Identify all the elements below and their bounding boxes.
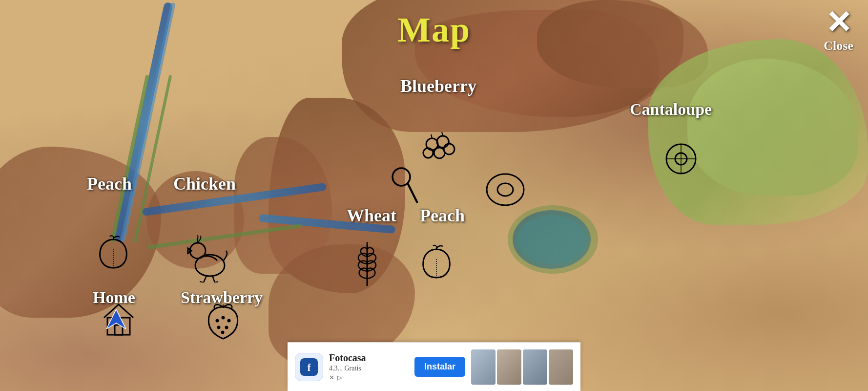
svg-point-30 — [222, 317, 224, 319]
donut-icon — [483, 170, 527, 211]
svg-point-3 — [434, 148, 445, 158]
svg-point-1 — [437, 136, 449, 148]
close-label: Close — [824, 39, 853, 53]
wheat-icon — [347, 239, 388, 290]
ad-screenshot-2 — [497, 349, 521, 385]
game-map: Map ✕ Close Blueberry Cantaloupe Peach C… — [0, 0, 868, 391]
ad-screenshots — [471, 349, 573, 385]
svg-point-31 — [228, 320, 230, 322]
svg-point-32 — [218, 326, 220, 328]
peach-left-icon — [95, 235, 132, 276]
map-title: Map — [397, 10, 471, 50]
peach-center-icon — [419, 243, 454, 282]
svg-point-33 — [226, 326, 227, 328]
svg-line-20 — [212, 276, 215, 282]
svg-line-13 — [408, 183, 417, 203]
ad-rating: 4.3... Gratis — [329, 365, 409, 372]
ad-app-info: Fotocasa 4.3... Gratis ✕ ▷ — [329, 352, 409, 382]
svg-point-14 — [487, 174, 524, 205]
svg-point-15 — [497, 183, 513, 196]
svg-point-34 — [222, 331, 224, 333]
close-button[interactable]: ✕ Close — [824, 7, 853, 53]
svg-line-22 — [215, 282, 218, 282]
svg-point-12 — [393, 168, 410, 186]
svg-point-4 — [423, 148, 433, 158]
lake-green — [508, 205, 598, 274]
svg-line-7 — [449, 139, 449, 143]
ad-app-name: Fotocasa — [329, 352, 409, 364]
blueberry-icon — [417, 130, 461, 171]
svg-marker-28 — [106, 309, 126, 329]
search-icon — [391, 166, 420, 207]
svg-point-29 — [216, 320, 218, 322]
svg-line-21 — [200, 282, 204, 282]
ad-screenshot-1 — [471, 349, 496, 385]
chicken-icon — [183, 234, 232, 284]
ad-meta-icons: ✕ ▷ — [329, 374, 409, 382]
svg-text:f: f — [308, 362, 311, 373]
ad-meta-x-icon: ✕ — [329, 374, 334, 382]
navigation-arrow-icon — [106, 309, 126, 331]
cantaloupe-icon — [661, 139, 701, 180]
ad-banner: f Fotocasa 4.3... Gratis ✕ ▷ Instalar — [288, 342, 580, 391]
ad-screenshot-3 — [523, 349, 547, 385]
close-x-icon: ✕ — [824, 7, 853, 39]
ad-screenshot-4 — [549, 349, 573, 385]
strawberry-icon — [205, 302, 242, 343]
ad-logo: f — [295, 353, 323, 381]
ad-install-button[interactable]: Instalar — [414, 357, 465, 377]
svg-line-19 — [204, 276, 207, 282]
ad-meta-play-icon: ▷ — [337, 374, 342, 382]
